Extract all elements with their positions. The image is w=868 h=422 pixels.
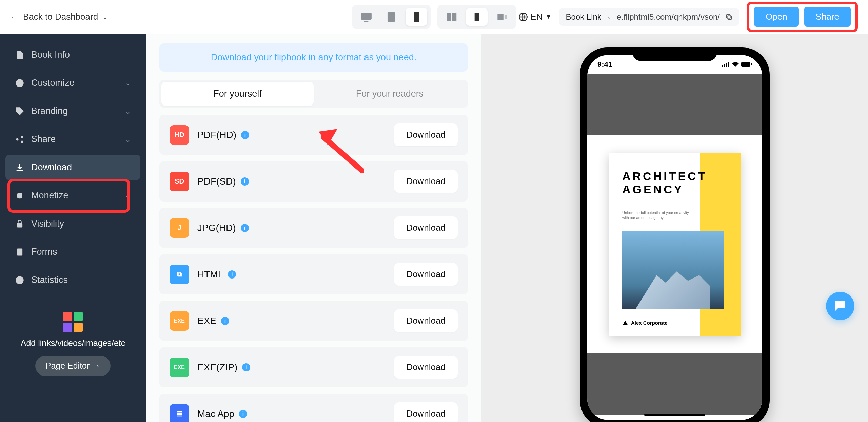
sidebar-item-monetize[interactable]: Monetize ⌄: [5, 183, 140, 208]
format-label: Mac App: [197, 408, 234, 419]
sidebar-item-customize[interactable]: Customize ⌄: [5, 70, 140, 96]
device-view-switcher: [352, 5, 431, 29]
book-link-url: e.fliphtml5.com/qnkpm/vson/: [617, 12, 720, 22]
info-icon[interactable]: i: [228, 270, 236, 279]
download-icon: [15, 163, 24, 172]
cover-title: ARCHITECT AGENCY: [622, 170, 707, 196]
logo-icon: [622, 320, 628, 326]
download-button[interactable]: Download: [394, 356, 458, 379]
download-button[interactable]: Download: [394, 309, 458, 332]
tab-for-yourself[interactable]: For yourself: [161, 82, 314, 106]
sidebar-item-statistics[interactable]: Statistics: [5, 267, 140, 293]
download-button[interactable]: Download: [394, 123, 458, 146]
sidebar-item-label: Download: [31, 162, 72, 173]
format-label: HTML: [197, 269, 223, 280]
svg-rect-22: [741, 62, 750, 67]
mac-app-icon: ≣: [170, 404, 189, 422]
share-button[interactable]: Share: [804, 7, 851, 27]
svg-rect-6: [475, 13, 479, 21]
info-icon[interactable]: i: [221, 317, 229, 325]
sidebar-item-label: Branding: [31, 106, 68, 116]
sidebar-item-branding[interactable]: Branding ⌄: [5, 98, 140, 124]
preview-top-band: [587, 74, 762, 135]
open-button[interactable]: Open: [754, 7, 799, 27]
money-icon: [15, 191, 24, 200]
svg-rect-3: [414, 12, 419, 22]
info-icon[interactable]: i: [241, 177, 249, 186]
sidebar-item-download[interactable]: Download: [5, 155, 140, 180]
chevron-down-icon: ▼: [546, 13, 552, 20]
info-icon[interactable]: i: [242, 363, 250, 371]
sidebar-item-label: Statistics: [31, 275, 68, 285]
back-to-dashboard-link[interactable]: ← Back to Dashboard ⌄: [10, 12, 108, 22]
download-row-mac-app: ≣ Mac App i Download: [159, 394, 468, 422]
chevron-down-icon: ⌄: [102, 13, 108, 21]
page-editor-button[interactable]: Page Editor →: [35, 356, 111, 376]
tablet-view-button[interactable]: [380, 8, 402, 26]
cover-image: [622, 231, 724, 309]
chat-support-button[interactable]: [826, 292, 854, 320]
download-row-html: ⧉ HTML i Download: [159, 254, 468, 294]
single-page-button[interactable]: [466, 8, 488, 26]
book-link-field[interactable]: Book Link ⌄ e.fliphtml5.com/qnkpm/vson/: [559, 8, 739, 26]
download-button[interactable]: Download: [394, 402, 458, 422]
signal-icon: [722, 62, 730, 67]
sidebar-item-label: Monetize: [31, 190, 68, 201]
download-button[interactable]: Download: [394, 263, 458, 286]
download-button[interactable]: Download: [394, 170, 458, 193]
phone-screen: 9:41 ARCHITECT AGENCY: [587, 55, 762, 420]
download-row-exe-zip: EXE EXE(ZIP) i Download: [159, 347, 468, 387]
sidebar-item-label: Forms: [31, 247, 57, 257]
chevron-down-icon: ⌄: [607, 14, 611, 20]
info-icon[interactable]: i: [241, 224, 249, 232]
download-tabs: For yourself For your readers: [159, 80, 468, 108]
svg-rect-16: [17, 223, 22, 227]
share-icon: [15, 135, 24, 144]
chat-icon: [833, 299, 847, 313]
battery-icon: [741, 62, 752, 67]
info-icon[interactable]: i: [239, 410, 247, 418]
chevron-down-icon: ⌄: [125, 107, 131, 116]
svg-rect-18: [722, 65, 723, 67]
sidebar-item-share[interactable]: Share ⌄: [5, 127, 140, 152]
svg-rect-17: [17, 248, 22, 255]
open-share-highlight: Open Share: [747, 2, 858, 32]
sidebar-item-visibility[interactable]: Visibility: [5, 211, 140, 236]
exe-icon: EXE: [170, 311, 189, 331]
svg-point-14: [21, 136, 23, 138]
sidebar-item-label: Visibility: [31, 218, 64, 229]
svg-point-15: [21, 140, 23, 143]
copy-icon[interactable]: [725, 13, 733, 21]
sidebar-item-book-info[interactable]: Book Info: [5, 42, 140, 68]
phone-frame: 9:41 ARCHITECT AGENCY: [580, 47, 770, 422]
home-indicator: [644, 414, 705, 416]
svg-rect-4: [447, 13, 451, 21]
book-cover: ARCHITECT AGENCY Unlock the full potenti…: [609, 153, 741, 336]
info-icon[interactable]: i: [241, 131, 249, 139]
file-icon: [15, 50, 24, 60]
format-label: PDF(HD): [197, 130, 236, 140]
mobile-view-button[interactable]: [406, 8, 427, 26]
svg-rect-10: [728, 16, 731, 19]
svg-rect-0: [361, 13, 372, 20]
download-button[interactable]: Download: [394, 216, 458, 239]
language-label: EN: [531, 12, 543, 22]
svg-rect-23: [751, 63, 752, 65]
wifi-icon: [732, 62, 739, 67]
promo-icons: [63, 312, 83, 332]
desktop-view-button[interactable]: [355, 8, 377, 26]
page-editor-promo: Add links/videos/images/etc Page Editor …: [5, 302, 140, 386]
double-page-button[interactable]: [441, 8, 462, 26]
preview-bottom-band: [587, 353, 762, 415]
format-label: EXE(ZIP): [197, 362, 237, 373]
svg-rect-19: [724, 64, 725, 67]
lock-icon: [15, 219, 24, 229]
cover-subtitle: Unlock the full potential of your creati…: [622, 210, 690, 221]
svg-point-13: [16, 138, 19, 140]
preview-book-area[interactable]: ARCHITECT AGENCY Unlock the full potenti…: [587, 135, 762, 353]
slide-mode-button[interactable]: [491, 8, 513, 26]
back-arrow-icon: ←: [10, 12, 19, 22]
sidebar-item-forms[interactable]: Forms: [5, 239, 140, 265]
language-selector[interactable]: EN ▼: [518, 12, 552, 22]
tab-for-readers[interactable]: For your readers: [314, 82, 466, 106]
